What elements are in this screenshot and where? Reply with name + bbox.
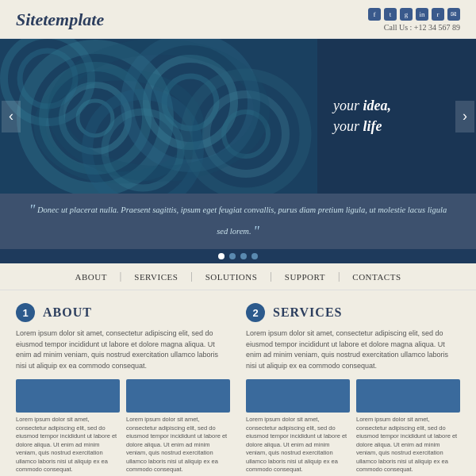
dot-3[interactable] xyxy=(240,253,247,259)
carousel-dots xyxy=(0,249,476,263)
social-icon-in[interactable]: in xyxy=(416,8,428,21)
content-section: 1 ABOUT Lorem ipsum dolor sit amet, cons… xyxy=(0,290,476,476)
about-number: 1 xyxy=(16,303,35,322)
logo: Sitetemplate xyxy=(16,10,104,30)
social-icon-mail[interactable]: ✉ xyxy=(447,8,460,21)
services-body: Lorem ipsum dolor sit amet, consectetur … xyxy=(246,328,460,371)
about-body: Lorem ipsum dolor sit amet, consectetur … xyxy=(16,328,230,371)
about-card-2-image xyxy=(126,379,230,413)
hero-tagline: your idea, your life xyxy=(333,96,460,136)
social-icon-fb[interactable]: f xyxy=(368,8,381,21)
services-mini-cards: Lorem ipsum dolor sit amet, consectetur … xyxy=(246,379,460,474)
about-mini-cards: Lorem ipsum dolor sit amet, consectetur … xyxy=(16,379,230,474)
social-icons: f t g in r ✉ xyxy=(368,8,460,21)
hero-next-button[interactable]: › xyxy=(455,101,474,132)
about-card-2: Lorem ipsum dolor sit amet, consectetur … xyxy=(126,379,230,474)
about-card-1-text: Lorem ipsum dolor sit amet, consectetur … xyxy=(16,416,120,474)
about-column: 1 ABOUT Lorem ipsum dolor sit amet, cons… xyxy=(16,303,230,474)
services-card-2-image xyxy=(356,379,460,413)
services-card-1-image xyxy=(246,379,350,413)
quote-text: " Donec ut placerat nulla. Praesent sagi… xyxy=(29,205,447,236)
quote-body: Donec ut placerat nulla. Praesent sagitt… xyxy=(37,205,447,236)
about-header: 1 ABOUT xyxy=(16,303,230,322)
open-quote: " xyxy=(29,202,36,218)
call-us-label: Call Us : +12 34 567 89 xyxy=(384,23,460,32)
services-column: 2 SERVICES Lorem ipsum dolor sit amet, c… xyxy=(246,303,460,474)
dot-4[interactable] xyxy=(251,253,258,259)
services-number: 2 xyxy=(246,303,265,322)
social-icon-rss[interactable]: r xyxy=(432,8,444,21)
header-right: f t g in r ✉ Call Us : +12 34 567 89 xyxy=(368,8,460,32)
quote-bar: " Donec ut placerat nulla. Praesent sagi… xyxy=(0,194,476,249)
dot-2[interactable] xyxy=(229,253,236,259)
social-icon-gp[interactable]: g xyxy=(400,8,413,21)
header: Sitetemplate f t g in r ✉ Call Us : +12 … xyxy=(0,0,476,39)
close-quote: " xyxy=(253,224,259,240)
hero-overlay: your idea, your life xyxy=(317,39,476,194)
hero-section: ‹ › your idea, your life xyxy=(0,39,476,194)
services-title: SERVICES xyxy=(273,305,342,320)
dot-1[interactable] xyxy=(218,253,225,259)
social-icon-tw[interactable]: t xyxy=(384,8,397,21)
services-card-2-text: Lorem ipsum dolor sit amet, consectetur … xyxy=(356,416,460,474)
hero-prev-button[interactable]: ‹ xyxy=(2,101,21,132)
about-title: ABOUT xyxy=(43,305,92,320)
nav-contacts[interactable]: CONTACTS xyxy=(340,272,413,282)
about-card-1-image xyxy=(16,379,120,413)
nav-about[interactable]: ABOUT xyxy=(62,272,119,282)
services-card-1-text: Lorem ipsum dolor sit amet, consectetur … xyxy=(246,416,350,474)
about-card-1: Lorem ipsum dolor sit amet, consectetur … xyxy=(16,379,120,474)
main-nav: ABOUT | SERVICES | SOLUTIONS | SUPPORT |… xyxy=(0,263,476,290)
services-card-1: Lorem ipsum dolor sit amet, consectetur … xyxy=(246,379,350,474)
about-card-2-text: Lorem ipsum dolor sit amet, consectetur … xyxy=(126,416,230,474)
services-card-2: Lorem ipsum dolor sit amet, consectetur … xyxy=(356,379,460,474)
nav-support[interactable]: SUPPORT xyxy=(272,272,338,282)
nav-solutions[interactable]: SOLUTIONS xyxy=(193,272,271,282)
services-header: 2 SERVICES xyxy=(246,303,460,322)
nav-services[interactable]: SERVICES xyxy=(121,272,190,282)
